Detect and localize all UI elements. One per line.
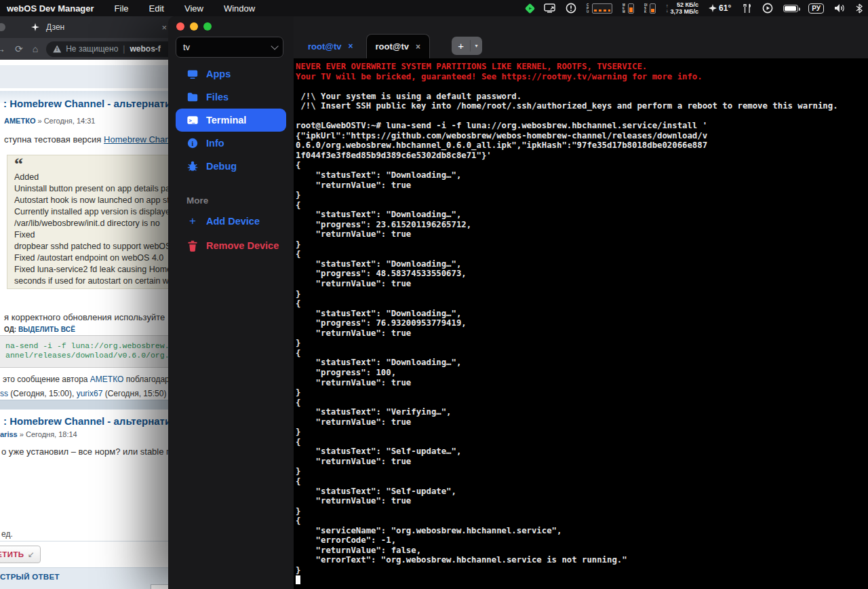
terminal-line: "returnValue": true <box>296 180 868 191</box>
browser-window: Дзен × → ⟳ ⌂ Не защищено | webos-f : Hom… <box>0 16 176 589</box>
terminal-line: "statusText": "Self-update", <box>296 487 868 497</box>
terminal-tab-1[interactable]: root@tv × <box>299 34 362 58</box>
quick-reply-header: СТРЫЙ ОТВЕТ <box>0 573 60 581</box>
terminal-line: {"ipkUrl":"https://github.com/webosbrew/… <box>296 131 868 141</box>
address-bar[interactable]: Не защищено | webos-f <box>46 41 176 57</box>
thanks-user1-link[interactable]: ss <box>0 389 8 398</box>
volume-icon[interactable] <box>834 3 846 13</box>
post2-title[interactable]: : Homebrew Channel - альтернативн <box>3 415 176 427</box>
menu-edit[interactable]: Edit <box>149 3 164 14</box>
tv-icon <box>186 68 199 80</box>
terminal-line: "returnValue": true <box>296 457 868 467</box>
sidebar-item-add-device[interactable]: + Add Device <box>176 210 286 233</box>
terminal-line: "progress": 76.93200953779419, <box>296 318 868 328</box>
cpu-graph <box>592 3 612 14</box>
terminal-screen[interactable]: NEVER EVER OVERWRITE SYSTEM PARTITIONS L… <box>294 58 868 589</box>
minimize-window-button[interactable] <box>190 22 198 31</box>
terminal-cursor <box>296 575 300 584</box>
code-block: na-send -i -f luna://org.webosbrew.hbann… <box>0 335 176 368</box>
select-all-link[interactable]: ВЫДЕЛИТЬ ВСЁ <box>18 326 75 333</box>
terminal-line: { <box>296 437 868 447</box>
terminal-line: { <box>296 249 868 259</box>
sidebar: tv Apps Files >_ Terminal <box>168 16 294 589</box>
forum-page: : Homebrew Channel - альтернативн АМЕТКО… <box>0 60 176 589</box>
menubar-app-name[interactable]: webOS Dev Manager <box>7 3 94 14</box>
new-tab-menu-icon[interactable]: ▾ <box>471 43 482 49</box>
mem-meter[interactable]: MEM <box>623 3 634 14</box>
menu-window[interactable]: Window <box>224 3 255 14</box>
sidebar-item-remove-device[interactable]: Remove Device <box>176 234 286 257</box>
post1-quote-block: “ AddedUninstall button present on app d… <box>7 155 176 289</box>
post1-author-link[interactable]: АМЕТКО <box>4 117 35 125</box>
network-arrows-icon: ↑↓ <box>666 3 669 13</box>
disk-meter[interactable]: DISK <box>644 3 656 14</box>
bluetooth-icon[interactable] <box>856 3 863 14</box>
terminal-line: "progress": 48.58374533550673, <box>296 269 868 279</box>
new-tab-button[interactable]: + ▾ <box>452 37 482 55</box>
terminal-line: { <box>296 476 868 487</box>
tools-icon[interactable] <box>741 3 752 14</box>
terminal-line: } <box>296 427 868 437</box>
thanks-author-link[interactable]: АМЕТКО <box>90 375 124 384</box>
sidebar-item-apps[interactable]: Apps <box>176 62 286 86</box>
code-header: ОД: ВЫДЕЛИТЬ ВСЁ <box>4 326 75 333</box>
menu-view[interactable]: View <box>184 3 203 14</box>
terminal-tab-bar: root@tv × root@tv × + ▾ <box>294 16 868 58</box>
play-circle-icon[interactable] <box>762 3 773 14</box>
terminal-line: { <box>296 398 868 408</box>
quote-line: Fixed /autostart endpoint on webOS 4.0 <box>14 252 176 264</box>
terminal-line: } <box>296 338 868 348</box>
terminal-line: } <box>296 466 868 476</box>
reply-button[interactable]: ВЕТИТЬ↙ <box>0 546 41 563</box>
display-mirroring-icon[interactable] <box>544 3 555 13</box>
home-icon[interactable]: ⌂ <box>33 43 38 54</box>
terminal-line: { <box>296 299 868 309</box>
webos-dev-manager-window: webOS Dev Manager tv Apps Files >_ <box>168 16 868 589</box>
temperature-sensor[interactable]: 61° <box>709 3 731 13</box>
code-line: na-send -i -f luna://org.webosbrew.hb <box>5 341 176 351</box>
network-throughput[interactable]: ↑↓ 52 КБ/с 3,73 МБ/с <box>666 1 698 15</box>
tab1-close-icon[interactable]: × <box>349 41 353 51</box>
terminal-line: /!\ Your system is using a default passw… <box>296 92 868 102</box>
quote-mark-icon: “ <box>14 157 176 172</box>
terminal-line: "serviceName": "org.webosbrew.hbchannel.… <box>296 526 868 536</box>
reload-icon[interactable]: ⟳ <box>15 43 23 54</box>
thanks-user2-link[interactable]: yurix67 <box>77 389 103 398</box>
new-tab-plus-icon[interactable]: + <box>452 40 470 52</box>
battery-indicator[interactable] <box>783 5 798 12</box>
sidebar-item-info[interactable]: i Info <box>176 132 286 155</box>
terminal-line: "returnValue": true <box>296 229 868 240</box>
device-selector[interactable]: tv <box>176 37 283 58</box>
sidebar-item-debug[interactable]: Debug <box>176 155 286 178</box>
input-source-indicator[interactable]: РУ <box>808 3 824 14</box>
close-window-button[interactable] <box>176 22 184 31</box>
browser-tab-title[interactable]: Дзен <box>46 22 64 32</box>
post1-title[interactable]: : Homebrew Channel - альтернативн <box>3 98 176 109</box>
tab2-close-icon[interactable]: × <box>416 42 420 52</box>
network-upload-speed: 52 КБ/с <box>677 1 698 8</box>
browser-tab-close-icon[interactable]: × <box>161 22 167 33</box>
cpu-meter[interactable]: CPU <box>587 3 612 14</box>
address-url: webos-f <box>130 44 160 54</box>
terminal-tab-2[interactable]: root@tv × <box>366 34 431 58</box>
sidebar-item-files[interactable]: Files <box>176 86 286 109</box>
homebrew-channel-link[interactable]: Homebrew Chan <box>104 134 170 145</box>
pagination-fragment[interactable]: ед. <box>1 529 13 539</box>
quote-line: Fixed <box>14 229 176 241</box>
browser-traffic-light[interactable] <box>0 23 5 31</box>
sidebar-item-terminal[interactable]: >_ Terminal <box>176 109 286 132</box>
browser-tab-strip: Дзен × <box>0 16 176 38</box>
alert-circle-icon[interactable] <box>566 3 576 14</box>
sidebar-more-label: More <box>186 195 286 206</box>
post2-author-link[interactable]: ariss <box>0 430 18 438</box>
terminal-line: } <box>296 387 868 398</box>
post1-intro: ступна тестовая версия Homebrew Chan <box>4 134 170 145</box>
menu-file[interactable]: File <box>115 3 129 14</box>
terminal-output: NEVER EVER OVERWRITE SYSTEM PARTITIONS L… <box>296 62 868 575</box>
green-gem-icon[interactable] <box>526 5 534 12</box>
terminal-line: Your TV will be bricked, guaranteed! See… <box>296 72 868 82</box>
terminal-line <box>296 81 868 92</box>
zoom-window-button[interactable] <box>203 22 212 31</box>
forward-icon[interactable]: → <box>0 43 5 54</box>
terminal-line: } <box>296 565 868 575</box>
